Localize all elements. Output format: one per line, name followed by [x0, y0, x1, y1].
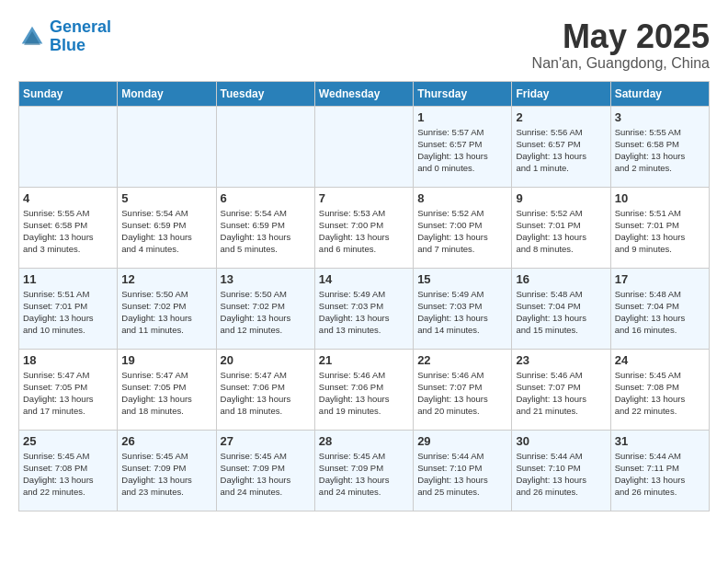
day-info: Sunrise: 5:45 AM Sunset: 7:09 PM Dayligh… — [319, 450, 409, 499]
day-number: 18 — [23, 353, 113, 367]
day-info: Sunrise: 5:54 AM Sunset: 6:59 PM Dayligh… — [121, 207, 211, 256]
day-info: Sunrise: 5:52 AM Sunset: 7:01 PM Dayligh… — [516, 207, 606, 256]
day-number: 11 — [23, 272, 113, 286]
page-header: General Blue May 2025 Nan'an, Guangdong,… — [18, 18, 710, 72]
day-info: Sunrise: 5:51 AM Sunset: 7:01 PM Dayligh… — [23, 288, 113, 337]
day-info: Sunrise: 5:55 AM Sunset: 6:58 PM Dayligh… — [23, 207, 113, 256]
calendar-cell: 24Sunrise: 5:45 AM Sunset: 7:08 PM Dayli… — [610, 349, 709, 430]
day-info: Sunrise: 5:47 AM Sunset: 7:06 PM Dayligh… — [221, 369, 311, 418]
calendar-cell — [118, 106, 216, 187]
day-number: 10 — [615, 191, 705, 205]
day-number: 24 — [615, 353, 705, 367]
calendar-cell: 8Sunrise: 5:52 AM Sunset: 7:00 PM Daylig… — [414, 187, 512, 268]
day-number: 20 — [221, 353, 311, 367]
day-info: Sunrise: 5:45 AM Sunset: 7:08 PM Dayligh… — [23, 450, 113, 499]
day-info: Sunrise: 5:50 AM Sunset: 7:02 PM Dayligh… — [121, 288, 211, 337]
calendar-cell: 22Sunrise: 5:46 AM Sunset: 7:07 PM Dayli… — [414, 349, 512, 430]
header-friday: Friday — [512, 81, 610, 106]
day-info: Sunrise: 5:47 AM Sunset: 7:05 PM Dayligh… — [23, 369, 113, 418]
day-number: 30 — [516, 434, 606, 448]
calendar-cell: 27Sunrise: 5:45 AM Sunset: 7:09 PM Dayli… — [216, 430, 314, 511]
day-number: 17 — [615, 272, 705, 286]
calendar-cell: 23Sunrise: 5:46 AM Sunset: 7:07 PM Dayli… — [512, 349, 610, 430]
calendar-cell: 5Sunrise: 5:54 AM Sunset: 6:59 PM Daylig… — [118, 187, 216, 268]
calendar-cell: 26Sunrise: 5:45 AM Sunset: 7:09 PM Dayli… — [118, 430, 216, 511]
day-info: Sunrise: 5:44 AM Sunset: 7:11 PM Dayligh… — [615, 450, 705, 499]
day-info: Sunrise: 5:51 AM Sunset: 7:01 PM Dayligh… — [615, 207, 705, 256]
calendar-cell: 13Sunrise: 5:50 AM Sunset: 7:02 PM Dayli… — [216, 268, 314, 349]
day-number: 25 — [23, 434, 113, 448]
title-block: May 2025 Nan'an, Guangdong, China — [532, 18, 710, 72]
header-tuesday: Tuesday — [216, 81, 314, 106]
day-number: 26 — [121, 434, 211, 448]
day-number: 31 — [615, 434, 705, 448]
day-info: Sunrise: 5:45 AM Sunset: 7:09 PM Dayligh… — [121, 450, 211, 499]
calendar-week-5: 25Sunrise: 5:45 AM Sunset: 7:08 PM Dayli… — [19, 430, 710, 511]
calendar-week-3: 11Sunrise: 5:51 AM Sunset: 7:01 PM Dayli… — [19, 268, 710, 349]
calendar-cell: 31Sunrise: 5:44 AM Sunset: 7:11 PM Dayli… — [610, 430, 709, 511]
day-number: 29 — [417, 434, 507, 448]
day-info: Sunrise: 5:48 AM Sunset: 7:04 PM Dayligh… — [615, 288, 705, 337]
day-info: Sunrise: 5:55 AM Sunset: 6:58 PM Dayligh… — [615, 126, 705, 175]
calendar-cell: 18Sunrise: 5:47 AM Sunset: 7:05 PM Dayli… — [19, 349, 118, 430]
calendar-header-row: SundayMondayTuesdayWednesdayThursdayFrid… — [19, 81, 710, 106]
day-info: Sunrise: 5:54 AM Sunset: 6:59 PM Dayligh… — [221, 207, 311, 256]
day-number: 15 — [417, 272, 507, 286]
day-info: Sunrise: 5:45 AM Sunset: 7:09 PM Dayligh… — [221, 450, 311, 499]
calendar-cell: 25Sunrise: 5:45 AM Sunset: 7:08 PM Dayli… — [19, 430, 118, 511]
day-number: 8 — [417, 191, 507, 205]
calendar-week-2: 4Sunrise: 5:55 AM Sunset: 6:58 PM Daylig… — [19, 187, 710, 268]
header-wednesday: Wednesday — [314, 81, 413, 106]
day-info: Sunrise: 5:44 AM Sunset: 7:10 PM Dayligh… — [417, 450, 507, 499]
day-number: 6 — [221, 191, 311, 205]
calendar-cell: 1Sunrise: 5:57 AM Sunset: 6:57 PM Daylig… — [414, 106, 512, 187]
day-info: Sunrise: 5:45 AM Sunset: 7:08 PM Dayligh… — [615, 369, 705, 418]
logo-text: General Blue — [50, 18, 111, 55]
calendar-cell: 3Sunrise: 5:55 AM Sunset: 6:58 PM Daylig… — [610, 106, 709, 187]
calendar-cell: 9Sunrise: 5:52 AM Sunset: 7:01 PM Daylig… — [512, 187, 610, 268]
calendar-cell: 15Sunrise: 5:49 AM Sunset: 7:03 PM Dayli… — [414, 268, 512, 349]
calendar-cell: 14Sunrise: 5:49 AM Sunset: 7:03 PM Dayli… — [314, 268, 413, 349]
day-number: 12 — [121, 272, 211, 286]
logo: General Blue — [18, 18, 111, 55]
calendar-cell: 2Sunrise: 5:56 AM Sunset: 6:57 PM Daylig… — [512, 106, 610, 187]
location: Nan'an, Guangdong, China — [532, 55, 710, 72]
day-info: Sunrise: 5:44 AM Sunset: 7:10 PM Dayligh… — [516, 450, 606, 499]
day-info: Sunrise: 5:47 AM Sunset: 7:05 PM Dayligh… — [121, 369, 211, 418]
calendar-cell: 28Sunrise: 5:45 AM Sunset: 7:09 PM Dayli… — [314, 430, 413, 511]
calendar-cell: 17Sunrise: 5:48 AM Sunset: 7:04 PM Dayli… — [610, 268, 709, 349]
day-number: 1 — [417, 110, 507, 124]
calendar-cell: 11Sunrise: 5:51 AM Sunset: 7:01 PM Dayli… — [19, 268, 118, 349]
calendar-table: SundayMondayTuesdayWednesdayThursdayFrid… — [18, 81, 710, 511]
calendar-cell: 4Sunrise: 5:55 AM Sunset: 6:58 PM Daylig… — [19, 187, 118, 268]
calendar-cell — [19, 106, 118, 187]
calendar-cell: 10Sunrise: 5:51 AM Sunset: 7:01 PM Dayli… — [610, 187, 709, 268]
calendar-cell: 16Sunrise: 5:48 AM Sunset: 7:04 PM Dayli… — [512, 268, 610, 349]
day-info: Sunrise: 5:46 AM Sunset: 7:07 PM Dayligh… — [516, 369, 606, 418]
month-title: May 2025 — [532, 18, 710, 55]
logo-icon — [18, 23, 46, 51]
day-info: Sunrise: 5:46 AM Sunset: 7:07 PM Dayligh… — [417, 369, 507, 418]
day-info: Sunrise: 5:56 AM Sunset: 6:57 PM Dayligh… — [516, 126, 606, 175]
day-info: Sunrise: 5:48 AM Sunset: 7:04 PM Dayligh… — [516, 288, 606, 337]
day-number: 16 — [516, 272, 606, 286]
day-info: Sunrise: 5:49 AM Sunset: 7:03 PM Dayligh… — [319, 288, 409, 337]
calendar-cell: 20Sunrise: 5:47 AM Sunset: 7:06 PM Dayli… — [216, 349, 314, 430]
day-number: 13 — [221, 272, 311, 286]
day-number: 5 — [121, 191, 211, 205]
day-number: 14 — [319, 272, 409, 286]
day-info: Sunrise: 5:57 AM Sunset: 6:57 PM Dayligh… — [417, 126, 507, 175]
header-thursday: Thursday — [414, 81, 512, 106]
calendar-cell — [216, 106, 314, 187]
day-info: Sunrise: 5:49 AM Sunset: 7:03 PM Dayligh… — [417, 288, 507, 337]
day-number: 21 — [319, 353, 409, 367]
calendar-cell: 19Sunrise: 5:47 AM Sunset: 7:05 PM Dayli… — [118, 349, 216, 430]
calendar-cell: 29Sunrise: 5:44 AM Sunset: 7:10 PM Dayli… — [414, 430, 512, 511]
calendar-week-1: 1Sunrise: 5:57 AM Sunset: 6:57 PM Daylig… — [19, 106, 710, 187]
header-monday: Monday — [118, 81, 216, 106]
header-saturday: Saturday — [610, 81, 709, 106]
calendar-cell: 7Sunrise: 5:53 AM Sunset: 7:00 PM Daylig… — [314, 187, 413, 268]
header-sunday: Sunday — [19, 81, 118, 106]
day-info: Sunrise: 5:46 AM Sunset: 7:06 PM Dayligh… — [319, 369, 409, 418]
day-number: 9 — [516, 191, 606, 205]
